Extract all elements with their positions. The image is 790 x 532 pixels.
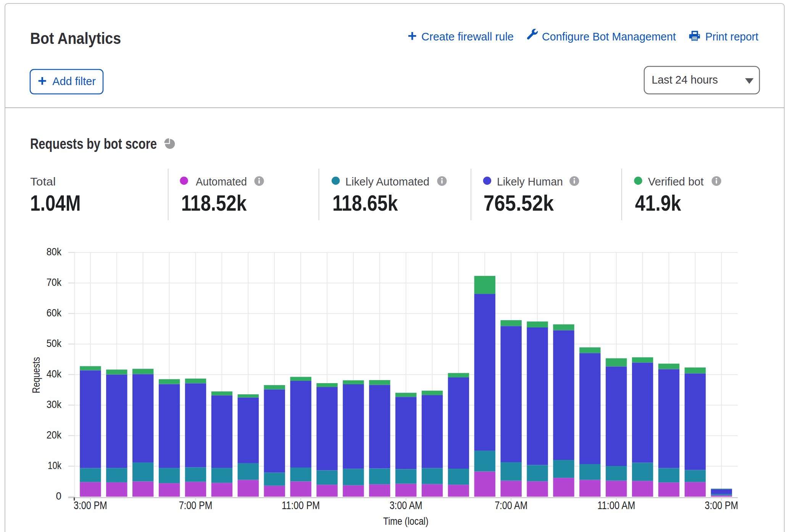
svg-text:11:00 AM: 11:00 AM [597,499,635,511]
svg-text:60k: 60k [47,307,62,319]
svg-text:0: 0 [56,490,61,502]
svg-text:3:00 PM: 3:00 PM [705,499,738,511]
svg-text:Automated: Automated [196,176,247,188]
svg-text:20k: 20k [47,429,62,441]
svg-text:118.65k: 118.65k [332,191,398,215]
svg-text:765.52k: 765.52k [484,191,554,215]
svg-text:30k: 30k [47,399,62,410]
svg-text:80k: 80k [47,246,62,258]
svg-text:7:00 PM: 7:00 PM [179,499,213,511]
svg-text:50k: 50k [47,338,62,349]
svg-text:Total: Total [30,176,56,188]
svg-text:Bot Analytics: Bot Analytics [30,29,121,47]
svg-text:10k: 10k [48,460,61,471]
svg-text:11:00 PM: 11:00 PM [282,499,320,511]
svg-text:41.9k: 41.9k [635,191,681,215]
svg-text:Likely Human: Likely Human [497,176,563,188]
svg-text:7:00 AM: 7:00 AM [495,499,527,511]
svg-text:Requests: Requests [31,357,42,393]
svg-text:Print report: Print report [705,31,758,43]
svg-text:Create firewall rule: Create firewall rule [421,31,514,43]
svg-text:Likely Automated: Likely Automated [345,176,429,188]
svg-text:Last 24 hours: Last 24 hours [651,74,718,86]
svg-text:1.04M: 1.04M [30,191,81,215]
svg-text:Verified bot: Verified bot [648,176,704,188]
svg-text:70k: 70k [47,277,62,288]
svg-text:Requests by bot score: Requests by bot score [30,136,157,152]
svg-text:118.52k: 118.52k [181,191,247,215]
svg-text:40k: 40k [47,368,62,380]
svg-text:3:00 PM: 3:00 PM [74,499,107,511]
svg-text:Configure Bot Management: Configure Bot Management [542,31,676,43]
svg-text:3:00 AM: 3:00 AM [390,499,422,511]
svg-text:Time (local): Time (local) [383,516,429,527]
svg-text:Add filter: Add filter [52,75,96,87]
